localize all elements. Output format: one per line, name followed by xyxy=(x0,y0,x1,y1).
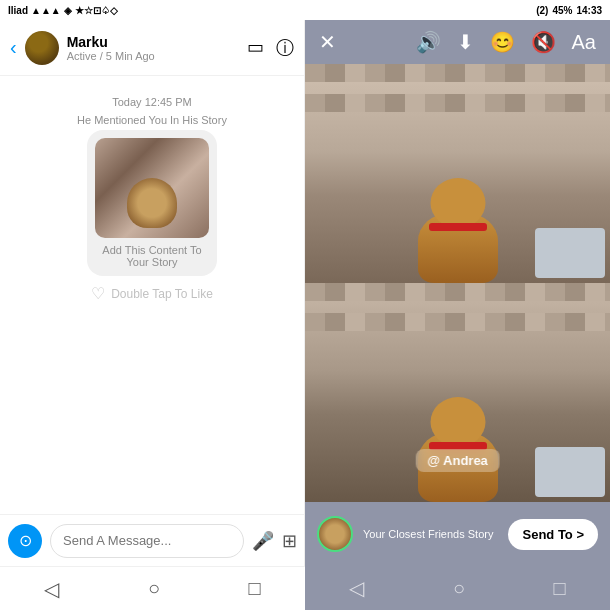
back-button[interactable]: ‹ xyxy=(10,36,17,59)
story-card-content xyxy=(95,138,209,238)
nav-recents-left[interactable]: □ xyxy=(249,577,261,600)
story-card: Add This Content To Your Story xyxy=(87,130,217,276)
status-left: Iliad ▲▲▲ ◈ ★☆⊡♤◇ xyxy=(8,5,118,16)
gallery-icon[interactable]: ⊞ xyxy=(282,530,297,552)
blanket-stripe-2 xyxy=(305,94,610,112)
header-icons: ▭ ⓘ xyxy=(247,36,294,60)
nav-home-left[interactable]: ○ xyxy=(148,577,160,600)
close-icon[interactable]: ✕ xyxy=(319,30,336,54)
laptop-shape-top xyxy=(535,228,605,278)
bottom-nav-left: ◁ ○ □ xyxy=(0,566,305,610)
blanket-stripe-4 xyxy=(305,313,610,331)
wifi-icon: ◈ xyxy=(64,5,72,16)
heart-icon: ♡ xyxy=(91,284,105,303)
story-panel: ✕ 🔊 ⬇ 😊 🔇 Aa Marcosery... xyxy=(305,20,610,566)
story-card-image xyxy=(95,138,209,238)
double-tap-text: Double Tap To Like xyxy=(111,287,213,301)
nav-back-right[interactable]: ◁ xyxy=(349,576,364,600)
carrier: Iliad xyxy=(8,5,28,16)
story-image-bottom: @ Andrea xyxy=(305,283,610,502)
face-icon[interactable]: 😊 xyxy=(490,30,515,54)
story-image-top xyxy=(305,64,610,283)
time: 14:33 xyxy=(576,5,602,16)
story-top-bar: ✕ 🔊 ⬇ 😊 🔇 Aa xyxy=(305,20,610,64)
story-bottom-avatar xyxy=(317,516,353,552)
camera-icon: ⊙ xyxy=(19,531,32,550)
extras: ★☆⊡♤◇ xyxy=(75,5,118,16)
story-add-label: Add This Content To Your Story xyxy=(95,244,209,268)
nav-back-left[interactable]: ◁ xyxy=(44,577,59,601)
story-icons-right: 🔊 ⬇ 😊 🔇 Aa xyxy=(416,30,596,54)
nav-recents-right[interactable]: □ xyxy=(554,577,566,600)
blanket-stripe-3 xyxy=(305,283,610,301)
message-input[interactable] xyxy=(50,524,244,558)
dog-thumbnail xyxy=(127,178,177,228)
chat-panel: ‹ Marku Active / 5 Min Ago ▭ ⓘ Today 12:… xyxy=(0,20,305,566)
double-tap-area[interactable]: ♡ Double Tap To Like xyxy=(10,284,294,303)
story-images: @ Andrea xyxy=(305,64,610,502)
time-label: Today 12:45 PM xyxy=(10,96,294,108)
header-info: Marku Active / 5 Min Ago xyxy=(67,34,239,62)
mention-banner: He Mentioned You In His Story xyxy=(10,114,294,126)
dog-head-bottom xyxy=(430,397,485,447)
battery: 45% xyxy=(552,5,572,16)
blanket-stripe-1 xyxy=(305,64,610,82)
main-area: ‹ Marku Active / 5 Min Ago ▭ ⓘ Today 12:… xyxy=(0,20,610,566)
chat-messages: Today 12:45 PM He Mentioned You In His S… xyxy=(0,76,304,514)
mic-icon[interactable]: 🎤 xyxy=(252,530,274,552)
story-bottom-label: Your Closest Friends Story xyxy=(363,528,498,540)
laptop-shape-bottom xyxy=(535,447,605,497)
dog-head-top xyxy=(430,178,485,228)
dog-collar-top xyxy=(429,223,487,231)
nav-home-right[interactable]: ○ xyxy=(453,577,465,600)
status-bar: Iliad ▲▲▲ ◈ ★☆⊡♤◇ (2) 45% 14:33 xyxy=(0,0,610,20)
chat-username: Marku xyxy=(67,34,239,50)
story-bottom-bar: Your Closest Friends Story Send To > xyxy=(305,502,610,566)
mute-icon[interactable]: 🔇 xyxy=(531,30,556,54)
signal-icon: ▲▲▲ xyxy=(31,5,61,16)
send-to-button[interactable]: Send To > xyxy=(508,519,598,550)
avatar-image xyxy=(25,31,59,65)
avatar xyxy=(25,31,59,65)
dog-figure-bottom xyxy=(398,392,518,502)
text-size-icon[interactable]: Aa xyxy=(572,31,596,54)
notification-count: (2) xyxy=(536,5,548,16)
mention-tag[interactable]: @ Andrea xyxy=(415,449,500,472)
story-content: Marcosery... xyxy=(305,64,610,502)
chat-status: Active / 5 Min Ago xyxy=(67,50,239,62)
speaker-icon[interactable]: 🔊 xyxy=(416,30,441,54)
camera-button[interactable]: ⊙ xyxy=(8,524,42,558)
status-right: (2) 45% 14:33 xyxy=(536,5,602,16)
info-icon[interactable]: ⓘ xyxy=(276,36,294,60)
chat-header: ‹ Marku Active / 5 Min Ago ▭ ⓘ xyxy=(0,20,304,76)
dog-figure-top xyxy=(398,173,518,283)
chat-input-bar: ⊙ 🎤 ⊞ ☺ xyxy=(0,514,304,566)
full-bottom-nav: ◁ ○ □ ◁ ○ □ xyxy=(0,566,610,610)
bottom-nav-right: ◁ ○ □ xyxy=(305,566,610,610)
download-icon[interactable]: ⬇ xyxy=(457,30,474,54)
video-call-icon[interactable]: ▭ xyxy=(247,36,264,60)
